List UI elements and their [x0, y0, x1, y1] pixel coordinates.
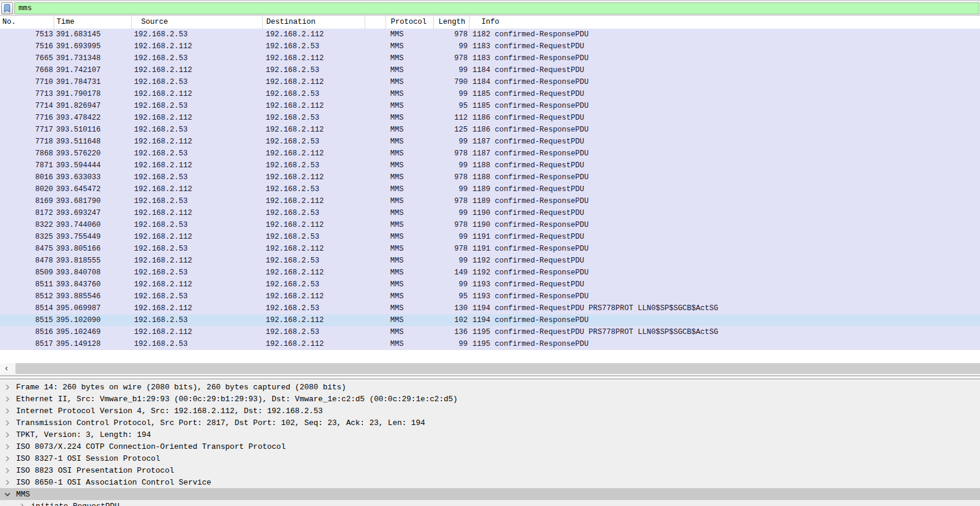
detail-row[interactable]: Transmission Control Protocol, Src Port:…: [0, 417, 980, 429]
packet-row[interactable]: 8509393.840708192.168.2.53192.168.2.112M…: [0, 267, 980, 279]
column-header-spacer: [365, 15, 386, 29]
detail-row[interactable]: MMS: [0, 488, 980, 500]
detail-row-label: Transmission Control Protocol, Src Port:…: [11, 418, 425, 427]
detail-row-label: ISO 8073/X.224 COTP Connection-Oriented …: [11, 442, 285, 451]
chevron-right-icon[interactable]: [4, 479, 11, 486]
cell-protocol: MMS: [386, 173, 434, 182]
column-header-time[interactable]: Time: [54, 15, 132, 29]
packet-row[interactable]: 7513391.683145192.168.2.53192.168.2.112M…: [0, 29, 980, 40]
cell-time: 395.102469: [54, 328, 132, 336]
packet-row[interactable]: 7717393.510116192.168.2.53192.168.2.112M…: [0, 124, 980, 136]
cell-info: 1193 confirmed-RequestPDU: [469, 280, 980, 289]
cell-length: 95: [434, 292, 469, 301]
cell-src: 192.168.2.112: [132, 42, 263, 51]
packet-row[interactable]: 8020393.645472192.168.2.112192.168.2.53M…: [0, 183, 980, 195]
cell-dst: 192.168.2.112: [263, 126, 365, 134]
packet-row[interactable]: 7668391.742107192.168.2.112192.168.2.53M…: [0, 64, 980, 76]
packet-row[interactable]: 8172393.693247192.168.2.112192.168.2.53M…: [0, 207, 980, 219]
cell-dst: 192.168.2.53: [263, 42, 365, 51]
cell-length: 99: [434, 233, 469, 241]
horizontal-scrollbar[interactable]: ‹: [0, 363, 980, 374]
column-header-length[interactable]: Length: [434, 15, 469, 29]
cell-protocol: MMS: [386, 102, 434, 110]
cell-time: 395.102090: [54, 316, 132, 324]
cell-no: 8325: [0, 233, 54, 241]
packet-row[interactable]: 8169393.681790192.168.2.53192.168.2.112M…: [0, 195, 980, 207]
packet-row[interactable]: 8515395.102090192.168.2.53192.168.2.112M…: [0, 314, 980, 326]
packet-row[interactable]: 7665391.731348192.168.2.53192.168.2.112M…: [0, 52, 980, 64]
cell-no: 8509: [0, 268, 54, 277]
cell-info: 1192 confirmed-ResponsePDU: [469, 268, 980, 277]
packet-row[interactable]: 8475393.805166192.168.2.53192.168.2.112M…: [0, 243, 980, 255]
detail-row[interactable]: ISO 8823 OSI Presentation Protocol: [0, 464, 980, 476]
cell-src: 192.168.2.53: [132, 78, 263, 86]
cell-no: 8172: [0, 209, 54, 217]
detail-row[interactable]: ISO 8650-1 OSI Association Control Servi…: [0, 476, 980, 488]
packet-row[interactable]: 7871393.594444192.168.2.112192.168.2.53M…: [0, 160, 980, 171]
packet-row[interactable]: 8325393.755449192.168.2.112192.168.2.53M…: [0, 231, 980, 243]
column-header-proto[interactable]: Protocol: [386, 15, 434, 29]
cell-protocol: MMS: [386, 209, 434, 217]
chevron-down-icon[interactable]: [4, 491, 11, 498]
cell-info: 1186 confirmed-ResponsePDU: [469, 126, 980, 134]
cell-dst: 192.168.2.53: [263, 257, 365, 265]
column-header-no[interactable]: No.: [0, 15, 54, 29]
chevron-right-icon[interactable]: [4, 432, 11, 438]
cell-protocol: MMS: [386, 90, 434, 98]
cell-src: 192.168.2.53: [132, 173, 263, 182]
filter-bookmark-button[interactable]: [1, 2, 13, 14]
cell-protocol: MMS: [386, 221, 434, 229]
detail-row[interactable]: Ethernet II, Src: Vmware_b1:29:93 (00:0c…: [0, 393, 980, 405]
packet-row[interactable]: 8016393.633033192.168.2.53192.168.2.112M…: [0, 171, 980, 183]
detail-row[interactable]: TPKT, Version: 3, Length: 194: [0, 429, 980, 441]
packet-row[interactable]: 7868393.576220192.168.2.53192.168.2.112M…: [0, 148, 980, 160]
chevron-right-icon[interactable]: [4, 420, 11, 426]
chevron-right-icon[interactable]: [18, 503, 26, 506]
column-header-dest[interactable]: Destination: [263, 15, 365, 29]
packet-row[interactable]: 8322393.744060192.168.2.53192.168.2.112M…: [0, 219, 980, 231]
horizontal-scrollbar-thumb[interactable]: [15, 363, 980, 374]
detail-row[interactable]: Internet Protocol Version 4, Src: 192.16…: [0, 405, 980, 417]
cell-dst: 192.168.2.112: [263, 173, 365, 182]
display-filter-input[interactable]: mms: [14, 2, 979, 14]
packet-row[interactable]: 7516391.693995192.168.2.112192.168.2.53M…: [0, 40, 980, 52]
chevron-right-icon[interactable]: [4, 408, 11, 414]
detail-row[interactable]: Frame 14: 260 bytes on wire (2080 bits),…: [0, 381, 980, 393]
packet-row[interactable]: 7718393.511648192.168.2.112192.168.2.53M…: [0, 136, 980, 148]
packet-row[interactable]: 7713391.790178192.168.2.112192.168.2.53M…: [0, 88, 980, 100]
packet-row[interactable]: 7710391.784731192.168.2.53192.168.2.112M…: [0, 76, 980, 88]
cell-src: 192.168.2.53: [132, 292, 263, 301]
chevron-right-icon[interactable]: [4, 455, 11, 462]
detail-row[interactable]: ISO 8327-1 OSI Session Protocol: [0, 452, 980, 464]
column-header-info[interactable]: Info: [469, 15, 980, 29]
detail-row[interactable]: ISO 8073/X.224 COTP Connection-Oriented …: [0, 441, 980, 452]
cell-time: 391.790178: [54, 90, 132, 98]
packet-row[interactable]: 8517395.149128192.168.2.53192.168.2.112M…: [0, 338, 980, 350]
cell-no: 7717: [0, 126, 54, 134]
chevron-right-icon[interactable]: [4, 384, 11, 391]
chevron-right-icon[interactable]: [4, 467, 11, 474]
packet-row[interactable]: 8516395.102469192.168.2.112192.168.2.53M…: [0, 326, 980, 338]
cell-info: 1184 confirmed-ResponsePDU: [469, 78, 980, 86]
cell-protocol: MMS: [386, 280, 434, 289]
cell-src: 192.168.2.112: [132, 66, 263, 74]
chevron-right-icon[interactable]: [4, 443, 11, 450]
cell-length: 978: [434, 197, 469, 205]
cell-time: 393.805166: [54, 245, 132, 253]
cell-time: 391.731348: [54, 54, 132, 63]
packet-row[interactable]: 8478393.818555192.168.2.112192.168.2.53M…: [0, 255, 980, 267]
packet-row[interactable]: 8511393.843760192.168.2.112192.168.2.53M…: [0, 279, 980, 291]
packet-row[interactable]: 7716393.478422192.168.2.112192.168.2.53M…: [0, 112, 980, 124]
packet-row[interactable]: 8514395.069987192.168.2.112192.168.2.53M…: [0, 302, 980, 314]
packet-row[interactable]: 7714391.826947192.168.2.53192.168.2.112M…: [0, 100, 980, 112]
packet-row[interactable]: 8512393.885546192.168.2.53192.168.2.112M…: [0, 291, 980, 302]
detail-row[interactable]: initiate-RequestPDU: [0, 500, 980, 506]
cell-dst: 192.168.2.53: [263, 209, 365, 217]
pane-splitter[interactable]: [0, 374, 980, 381]
cell-src: 192.168.2.112: [132, 280, 263, 289]
cell-protocol: MMS: [386, 292, 434, 301]
column-header-source[interactable]: Source: [132, 15, 263, 29]
scroll-left-arrow-icon[interactable]: ‹: [0, 363, 13, 374]
cell-no: 7713: [0, 90, 54, 98]
chevron-right-icon[interactable]: [4, 396, 11, 402]
